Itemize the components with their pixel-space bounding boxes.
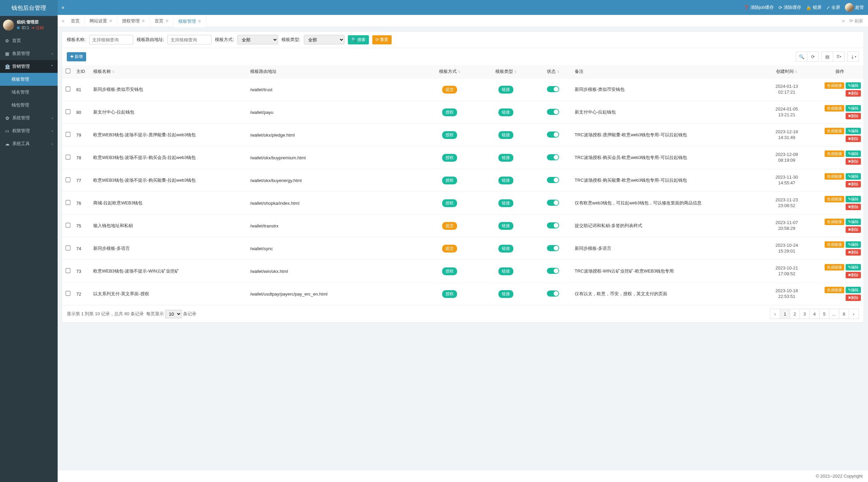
lock-button[interactable]: 🔒锁屏 xyxy=(806,4,822,11)
edit-button[interactable]: ✎编辑 xyxy=(846,105,861,112)
close-icon[interactable]: ⊗ xyxy=(198,19,201,23)
page-8[interactable]: 8 xyxy=(839,309,849,319)
gen-link-button[interactable]: 生成链接 xyxy=(825,150,844,157)
row-checkbox[interactable] xyxy=(65,86,70,91)
status-toggle[interactable] xyxy=(547,245,559,251)
page-‹[interactable]: ‹ xyxy=(770,309,780,319)
status-toggle[interactable] xyxy=(547,200,559,206)
page-3[interactable]: 3 xyxy=(800,309,810,319)
close-icon[interactable]: ⊗ xyxy=(109,19,112,23)
col-id[interactable]: 主ID xyxy=(74,65,91,78)
edit-button[interactable]: ✎编辑 xyxy=(846,241,861,248)
close-icon[interactable]: ⊗ xyxy=(142,19,145,23)
gen-link-button[interactable]: 生成链接 xyxy=(825,173,844,180)
delete-button[interactable]: ✖删除 xyxy=(846,204,861,210)
tab-prev-icon[interactable]: « xyxy=(60,18,66,23)
add-button[interactable]: ✚新增 xyxy=(67,52,86,61)
col-type[interactable]: 模板类型⇅ xyxy=(478,65,534,78)
gen-link-button[interactable]: 生成链接 xyxy=(825,264,844,270)
delete-button[interactable]: ✖删除 xyxy=(846,158,861,165)
gen-link-button[interactable]: 生成链接 xyxy=(825,82,844,89)
sidebar-subitem-1[interactable]: 域名管理 xyxy=(0,86,58,99)
delete-button[interactable]: ✖删除 xyxy=(846,136,861,142)
clear-job-button[interactable]: ❓清除job缓存 xyxy=(744,4,774,11)
tab-0[interactable]: 首页 xyxy=(66,15,85,27)
sidebar-item-5[interactable]: ☁系统工具‹ xyxy=(0,137,58,150)
col-created[interactable]: 创建时间⇅ xyxy=(757,65,816,78)
page-...[interactable]: ... xyxy=(829,309,839,319)
delete-button[interactable]: ✖删除 xyxy=(846,90,861,97)
filter-route-input[interactable] xyxy=(167,35,212,44)
menu-toggle-icon[interactable]: ≡ xyxy=(62,5,64,10)
delete-button[interactable]: ✖删除 xyxy=(846,181,861,187)
tab-next-icon[interactable]: » xyxy=(840,18,847,23)
delete-button[interactable]: ✖删除 xyxy=(846,249,861,256)
status-toggle[interactable] xyxy=(547,268,559,274)
gen-link-button[interactable]: 生成链接 xyxy=(825,287,844,293)
page-1[interactable]: 1 xyxy=(780,309,790,319)
gen-link-button[interactable]: 生成链接 xyxy=(825,219,844,225)
status-toggle[interactable] xyxy=(547,222,559,228)
status-toggle[interactable] xyxy=(547,177,559,183)
edit-button[interactable]: ✎编辑 xyxy=(846,219,861,225)
filter-mode-select[interactable]: 全部 xyxy=(237,35,278,44)
col-route[interactable]: 模板路由地址 xyxy=(248,65,422,78)
col-name[interactable]: 模板名称⇅ xyxy=(91,65,248,78)
page-›[interactable]: › xyxy=(849,309,859,319)
edit-button[interactable]: ✎编辑 xyxy=(846,128,861,134)
row-checkbox[interactable] xyxy=(65,268,70,273)
col-mode[interactable]: 模板方式⇅ xyxy=(421,65,478,78)
edit-button[interactable]: ✎编辑 xyxy=(846,264,861,270)
fullscreen-button[interactable]: ⤢全屏 xyxy=(826,4,840,11)
row-checkbox[interactable] xyxy=(65,132,70,137)
edit-button[interactable]: ✎编辑 xyxy=(846,173,861,180)
delete-button[interactable]: ✖删除 xyxy=(846,113,861,119)
edit-button[interactable]: ✎编辑 xyxy=(846,82,861,89)
clear-cache-button[interactable]: ⟳清除缓存 xyxy=(778,4,801,11)
row-checkbox[interactable] xyxy=(65,200,70,205)
tab-refresh-button[interactable]: ⟳刷新 xyxy=(847,18,866,24)
sidebar-item-3[interactable]: ✿系统管理‹ xyxy=(0,112,58,124)
row-checkbox[interactable] xyxy=(65,177,70,182)
delete-button[interactable]: ✖删除 xyxy=(846,272,861,278)
status-toggle[interactable] xyxy=(547,132,559,138)
delete-button[interactable]: ✖删除 xyxy=(846,295,861,301)
edit-button[interactable]: ✎编辑 xyxy=(846,150,861,157)
table-search-button[interactable]: 🔍 xyxy=(796,52,807,62)
tab-4[interactable]: 模板管理⊗ xyxy=(174,15,206,27)
row-checkbox[interactable] xyxy=(65,155,70,159)
gen-link-button[interactable]: 生成链接 xyxy=(825,105,844,112)
close-icon[interactable]: ⊗ xyxy=(165,19,169,23)
gen-link-button[interactable]: 生成链接 xyxy=(825,128,844,134)
status-toggle[interactable] xyxy=(547,290,559,297)
delete-button[interactable]: ✖删除 xyxy=(846,226,861,233)
reset-button[interactable]: ⟳重置 xyxy=(372,35,392,44)
page-5[interactable]: 5 xyxy=(819,309,829,319)
tab-1[interactable]: 网站设置⊗ xyxy=(85,15,117,27)
tab-2[interactable]: 授权管理⊗ xyxy=(117,15,150,27)
row-checkbox[interactable] xyxy=(65,223,70,227)
filter-name-input[interactable] xyxy=(89,35,133,44)
row-checkbox[interactable] xyxy=(65,245,70,250)
filter-type-select[interactable]: 全部 xyxy=(304,35,344,44)
page-2[interactable]: 2 xyxy=(790,309,800,319)
table-columns-button[interactable]: ▤ xyxy=(822,52,833,62)
table-view-button[interactable]: ⠿ ▾ xyxy=(833,52,845,62)
per-page-select[interactable]: 10 xyxy=(165,310,182,318)
edit-button[interactable]: ✎编辑 xyxy=(846,287,861,293)
status-toggle[interactable] xyxy=(547,109,559,115)
status-toggle[interactable] xyxy=(547,86,559,92)
sidebar-item-2[interactable]: 🏦营销管理˅ xyxy=(0,60,58,73)
sidebar-subitem-2[interactable]: 钱包管理 xyxy=(0,99,58,112)
select-all-checkbox[interactable] xyxy=(65,68,70,73)
sidebar-item-0[interactable]: ⚙首页 xyxy=(0,34,58,47)
search-button[interactable]: 🔍搜索 xyxy=(348,35,369,44)
gen-link-button[interactable]: 生成链接 xyxy=(825,196,844,202)
gen-link-button[interactable]: 生成链接 xyxy=(825,241,844,248)
row-checkbox[interactable] xyxy=(65,109,70,114)
sidebar-item-4[interactable]: ▭权限管理‹ xyxy=(0,124,58,137)
table-export-button[interactable]: ⭳ ▾ xyxy=(847,52,859,62)
tab-3[interactable]: 首页⊗ xyxy=(150,15,174,27)
logout-link[interactable]: 注销 xyxy=(31,25,44,31)
edit-button[interactable]: ✎编辑 xyxy=(846,196,861,202)
